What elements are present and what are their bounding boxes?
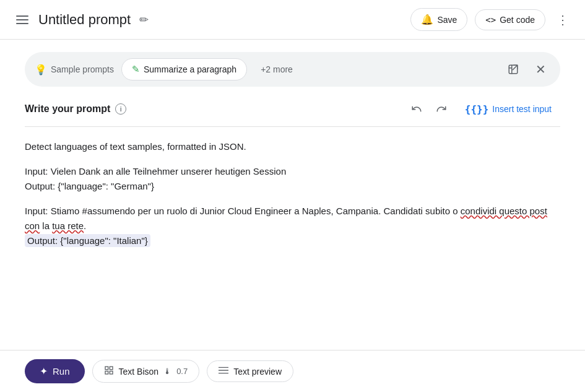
lightbulb-icon: 💡 [35, 64, 47, 76]
insert-test-input-button[interactable]: {{}} Insert test input [456, 100, 560, 119]
svg-rect-2 [105, 367, 108, 370]
prompt-italian-input: Input: Stiamo #assumendo per un ruolo di… [25, 206, 461, 216]
sample-prompts-label: 💡 Sample prompts [35, 64, 114, 76]
get-code-label: Get code [500, 15, 535, 25]
prompt-block-1: Input: Vielen Dank an alle Teilnehmer un… [25, 164, 560, 194]
prompt-german-output: Output: {"language": "German"} [25, 181, 154, 191]
sample-prompts-bar: 💡 Sample prompts ✎ Summarize a paragraph… [25, 52, 560, 87]
prompt-block-2: Input: Stiamo #assumendo per un ruolo di… [25, 204, 560, 248]
more-options-button[interactable]: ⋮ [553, 10, 573, 30]
model-label: Text Bison [119, 367, 159, 377]
sample-prompts-text: Sample prompts [51, 64, 114, 74]
lines-icon [219, 366, 228, 377]
prompt-toolbar: {{}} Insert test input [407, 99, 560, 119]
run-label: Run [53, 366, 70, 377]
save-label: Save [437, 15, 457, 25]
pill-edit-icon: ✎ [132, 64, 140, 75]
svg-rect-5 [110, 371, 113, 374]
prompt-line-1: Detect languages of text samples, format… [25, 139, 560, 154]
prompt-italian-output: Output: {"language": "Italian"} [25, 234, 150, 247]
header: Untitled prompt ✏ 🔔 Save <> Get code ⋮ [0, 0, 585, 40]
summarize-paragraph-pill[interactable]: ✎ Summarize a paragraph [121, 58, 247, 81]
header-left: Untitled prompt ✏ [12, 12, 410, 28]
run-button[interactable]: ✦ Run [25, 359, 85, 383]
svg-rect-4 [105, 371, 108, 374]
temperature-value: 0.7 [176, 367, 188, 376]
prompt-italian-link2[interactable]: tua rete [52, 220, 84, 231]
main-content: 💡 Sample prompts ✎ Summarize a paragraph… [0, 40, 585, 350]
more-prompts-button[interactable]: +2 more [254, 61, 299, 78]
get-code-button[interactable]: <> Get code [475, 9, 545, 30]
prompt-title-text: Write your prompt [25, 103, 110, 115]
text-preview-label: Text preview [233, 367, 282, 377]
info-icon[interactable]: i [115, 103, 126, 115]
svg-rect-3 [110, 367, 113, 370]
insert-test-label: Insert test input [492, 104, 552, 114]
run-star-icon: ✦ [40, 365, 48, 377]
prompt-header: Write your prompt i {{}} Insert test inp… [25, 99, 560, 127]
text-preview-button[interactable]: Text preview [207, 360, 293, 382]
save-icon: 🔔 [421, 14, 433, 25]
pill-label: Summarize a paragraph [144, 64, 236, 74]
prompt-german-input: Input: Vielen Dank an alle Teilnehmer un… [25, 166, 286, 176]
prompt-italian-la: la [40, 220, 52, 231]
menu-button[interactable] [12, 12, 32, 28]
close-sample-prompts-button[interactable]: ✕ [531, 59, 550, 79]
temperature-icon: 🌡 [163, 367, 171, 376]
model-selector-button[interactable]: Text Bison 🌡 0.7 [92, 360, 200, 383]
header-right: 🔔 Save <> Get code ⋮ [410, 8, 573, 31]
model-grid-icon [104, 365, 114, 377]
page-title: Untitled prompt [38, 12, 131, 28]
prompt-section-title: Write your prompt i [25, 103, 407, 115]
redo-button[interactable] [431, 99, 451, 119]
prompt-content-area[interactable]: Detect languages of text samples, format… [25, 127, 560, 350]
undo-button[interactable] [407, 99, 427, 119]
prompt-italian-period: . [84, 220, 86, 231]
svg-line-1 [513, 65, 518, 70]
open-external-icon[interactable] [503, 59, 523, 79]
code-icon: <> [485, 15, 496, 25]
bottom-bar: ✦ Run Text Bison 🌡 0.7 Text preview [0, 350, 585, 392]
prompt-section: Write your prompt i {{}} Insert test inp… [25, 99, 560, 350]
edit-title-icon[interactable]: ✏ [139, 13, 149, 27]
braces-icon: {{}} [465, 103, 489, 115]
save-button[interactable]: 🔔 Save [410, 8, 467, 31]
